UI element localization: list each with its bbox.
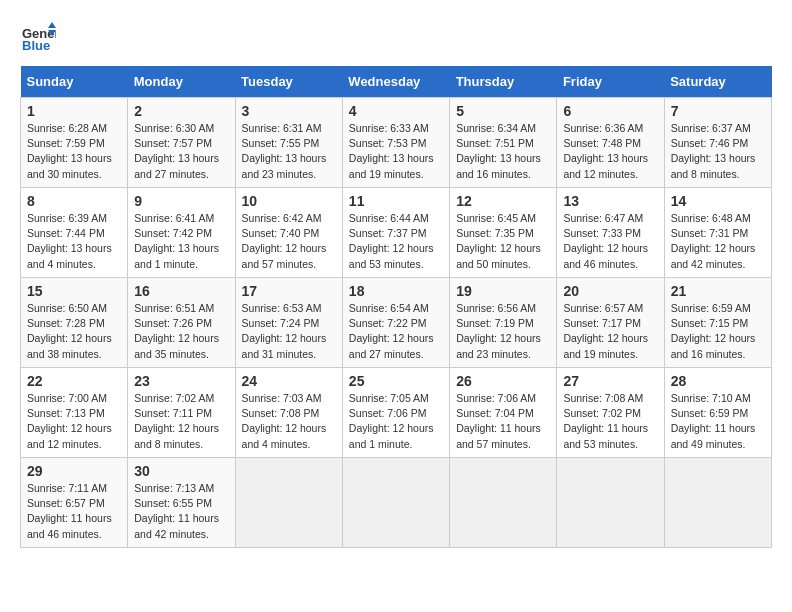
column-header-saturday: Saturday [664,66,771,98]
day-info: Sunrise: 6:57 AM Sunset: 7:17 PM Dayligh… [563,301,657,362]
day-number: 11 [349,193,443,209]
column-header-friday: Friday [557,66,664,98]
day-info: Sunrise: 6:51 AM Sunset: 7:26 PM Dayligh… [134,301,228,362]
day-number: 28 [671,373,765,389]
calendar-cell: 10Sunrise: 6:42 AM Sunset: 7:40 PM Dayli… [235,188,342,278]
day-number: 7 [671,103,765,119]
day-number: 5 [456,103,550,119]
day-number: 29 [27,463,121,479]
calendar-cell: 19Sunrise: 6:56 AM Sunset: 7:19 PM Dayli… [450,278,557,368]
calendar-cell [450,458,557,548]
calendar-week-3: 15Sunrise: 6:50 AM Sunset: 7:28 PM Dayli… [21,278,772,368]
day-info: Sunrise: 7:03 AM Sunset: 7:08 PM Dayligh… [242,391,336,452]
column-header-monday: Monday [128,66,235,98]
calendar-cell: 25Sunrise: 7:05 AM Sunset: 7:06 PM Dayli… [342,368,449,458]
day-info: Sunrise: 6:54 AM Sunset: 7:22 PM Dayligh… [349,301,443,362]
day-number: 23 [134,373,228,389]
day-number: 17 [242,283,336,299]
column-header-sunday: Sunday [21,66,128,98]
calendar-cell: 16Sunrise: 6:51 AM Sunset: 7:26 PM Dayli… [128,278,235,368]
calendar-cell: 6Sunrise: 6:36 AM Sunset: 7:48 PM Daylig… [557,98,664,188]
day-number: 10 [242,193,336,209]
day-info: Sunrise: 6:28 AM Sunset: 7:59 PM Dayligh… [27,121,121,182]
calendar-cell: 30Sunrise: 7:13 AM Sunset: 6:55 PM Dayli… [128,458,235,548]
calendar-cell: 1Sunrise: 6:28 AM Sunset: 7:59 PM Daylig… [21,98,128,188]
day-info: Sunrise: 7:10 AM Sunset: 6:59 PM Dayligh… [671,391,765,452]
day-number: 20 [563,283,657,299]
day-number: 6 [563,103,657,119]
day-number: 1 [27,103,121,119]
day-info: Sunrise: 6:41 AM Sunset: 7:42 PM Dayligh… [134,211,228,272]
day-number: 4 [349,103,443,119]
day-info: Sunrise: 7:06 AM Sunset: 7:04 PM Dayligh… [456,391,550,452]
calendar-cell: 9Sunrise: 6:41 AM Sunset: 7:42 PM Daylig… [128,188,235,278]
column-header-tuesday: Tuesday [235,66,342,98]
calendar-cell: 18Sunrise: 6:54 AM Sunset: 7:22 PM Dayli… [342,278,449,368]
calendar-cell: 3Sunrise: 6:31 AM Sunset: 7:55 PM Daylig… [235,98,342,188]
calendar-cell: 29Sunrise: 7:11 AM Sunset: 6:57 PM Dayli… [21,458,128,548]
calendar-table: SundayMondayTuesdayWednesdayThursdayFrid… [20,66,772,548]
calendar-cell: 7Sunrise: 6:37 AM Sunset: 7:46 PM Daylig… [664,98,771,188]
day-number: 2 [134,103,228,119]
day-info: Sunrise: 6:53 AM Sunset: 7:24 PM Dayligh… [242,301,336,362]
day-info: Sunrise: 6:48 AM Sunset: 7:31 PM Dayligh… [671,211,765,272]
calendar-cell: 24Sunrise: 7:03 AM Sunset: 7:08 PM Dayli… [235,368,342,458]
day-number: 9 [134,193,228,209]
calendar-cell: 17Sunrise: 6:53 AM Sunset: 7:24 PM Dayli… [235,278,342,368]
day-info: Sunrise: 6:47 AM Sunset: 7:33 PM Dayligh… [563,211,657,272]
day-info: Sunrise: 7:08 AM Sunset: 7:02 PM Dayligh… [563,391,657,452]
day-number: 13 [563,193,657,209]
day-info: Sunrise: 6:30 AM Sunset: 7:57 PM Dayligh… [134,121,228,182]
svg-marker-2 [48,22,56,28]
day-info: Sunrise: 6:34 AM Sunset: 7:51 PM Dayligh… [456,121,550,182]
day-number: 27 [563,373,657,389]
calendar-week-5: 29Sunrise: 7:11 AM Sunset: 6:57 PM Dayli… [21,458,772,548]
calendar-cell: 4Sunrise: 6:33 AM Sunset: 7:53 PM Daylig… [342,98,449,188]
day-number: 25 [349,373,443,389]
day-info: Sunrise: 6:42 AM Sunset: 7:40 PM Dayligh… [242,211,336,272]
day-info: Sunrise: 7:02 AM Sunset: 7:11 PM Dayligh… [134,391,228,452]
calendar-cell: 8Sunrise: 6:39 AM Sunset: 7:44 PM Daylig… [21,188,128,278]
calendar-cell: 20Sunrise: 6:57 AM Sunset: 7:17 PM Dayli… [557,278,664,368]
day-info: Sunrise: 6:36 AM Sunset: 7:48 PM Dayligh… [563,121,657,182]
calendar-cell: 21Sunrise: 6:59 AM Sunset: 7:15 PM Dayli… [664,278,771,368]
day-number: 24 [242,373,336,389]
svg-text:Blue: Blue [22,38,50,53]
calendar-cell: 26Sunrise: 7:06 AM Sunset: 7:04 PM Dayli… [450,368,557,458]
day-info: Sunrise: 6:37 AM Sunset: 7:46 PM Dayligh… [671,121,765,182]
logo-icon: General Blue [20,20,56,56]
day-number: 30 [134,463,228,479]
calendar-cell: 13Sunrise: 6:47 AM Sunset: 7:33 PM Dayli… [557,188,664,278]
calendar-cell: 28Sunrise: 7:10 AM Sunset: 6:59 PM Dayli… [664,368,771,458]
calendar-cell: 23Sunrise: 7:02 AM Sunset: 7:11 PM Dayli… [128,368,235,458]
column-header-wednesday: Wednesday [342,66,449,98]
day-number: 3 [242,103,336,119]
calendar-cell: 11Sunrise: 6:44 AM Sunset: 7:37 PM Dayli… [342,188,449,278]
calendar-cell: 22Sunrise: 7:00 AM Sunset: 7:13 PM Dayli… [21,368,128,458]
day-info: Sunrise: 6:31 AM Sunset: 7:55 PM Dayligh… [242,121,336,182]
calendar-cell [557,458,664,548]
calendar-cell: 2Sunrise: 6:30 AM Sunset: 7:57 PM Daylig… [128,98,235,188]
calendar-cell: 14Sunrise: 6:48 AM Sunset: 7:31 PM Dayli… [664,188,771,278]
calendar-cell: 5Sunrise: 6:34 AM Sunset: 7:51 PM Daylig… [450,98,557,188]
day-info: Sunrise: 6:59 AM Sunset: 7:15 PM Dayligh… [671,301,765,362]
column-header-thursday: Thursday [450,66,557,98]
day-info: Sunrise: 7:11 AM Sunset: 6:57 PM Dayligh… [27,481,121,542]
day-info: Sunrise: 6:50 AM Sunset: 7:28 PM Dayligh… [27,301,121,362]
day-number: 26 [456,373,550,389]
calendar-week-4: 22Sunrise: 7:00 AM Sunset: 7:13 PM Dayli… [21,368,772,458]
day-number: 12 [456,193,550,209]
day-info: Sunrise: 6:33 AM Sunset: 7:53 PM Dayligh… [349,121,443,182]
day-info: Sunrise: 6:56 AM Sunset: 7:19 PM Dayligh… [456,301,550,362]
calendar-cell [664,458,771,548]
day-info: Sunrise: 7:05 AM Sunset: 7:06 PM Dayligh… [349,391,443,452]
calendar-cell [342,458,449,548]
calendar-cell: 27Sunrise: 7:08 AM Sunset: 7:02 PM Dayli… [557,368,664,458]
day-info: Sunrise: 6:45 AM Sunset: 7:35 PM Dayligh… [456,211,550,272]
calendar-cell: 15Sunrise: 6:50 AM Sunset: 7:28 PM Dayli… [21,278,128,368]
day-number: 18 [349,283,443,299]
day-number: 16 [134,283,228,299]
day-number: 14 [671,193,765,209]
day-number: 21 [671,283,765,299]
calendar-week-1: 1Sunrise: 6:28 AM Sunset: 7:59 PM Daylig… [21,98,772,188]
